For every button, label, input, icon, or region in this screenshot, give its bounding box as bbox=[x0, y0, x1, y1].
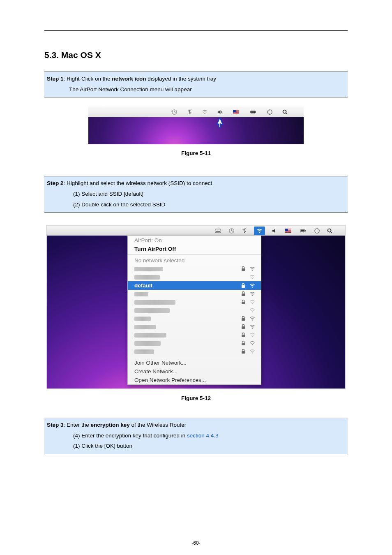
spotlight-icon[interactable] bbox=[282, 109, 288, 115]
open-prefs-text: Open Network Preferences... bbox=[134, 377, 206, 383]
step-1-box: Step 1: Right-Click on the network icon … bbox=[44, 72, 348, 97]
svg-rect-44 bbox=[242, 335, 245, 337]
svg-rect-17 bbox=[216, 231, 220, 232]
flag-us-icon[interactable] bbox=[232, 109, 240, 115]
blurred-ssid bbox=[134, 267, 163, 271]
volume-icon[interactable] bbox=[217, 109, 223, 115]
network-item[interactable] bbox=[128, 298, 261, 306]
wifi-icon bbox=[249, 332, 255, 338]
airport-status-row: AirPort: On bbox=[128, 236, 261, 245]
sync-icon[interactable] bbox=[314, 228, 320, 234]
wifi-icon bbox=[249, 316, 255, 321]
wifi-icon[interactable] bbox=[202, 109, 208, 115]
join-other-item[interactable]: Join Other Network... bbox=[128, 358, 261, 367]
mac-desktop-bg bbox=[88, 117, 304, 144]
step-3-item-1-link[interactable]: section 4.4.3 bbox=[187, 432, 219, 439]
network-item[interactable] bbox=[128, 339, 261, 347]
blurred-ssid bbox=[134, 308, 170, 313]
flag-us-icon[interactable] bbox=[284, 228, 292, 234]
step-2-item-1-bold: default bbox=[125, 191, 142, 197]
step-2-item-1a: (1) Select and SSID [ bbox=[73, 191, 125, 197]
figure-5-11-wrap: Figure 5-11 bbox=[44, 106, 348, 156]
turn-airport-off-text: Turn AirPort Off bbox=[134, 246, 176, 252]
svg-rect-27 bbox=[300, 230, 304, 231]
battery-icon[interactable] bbox=[298, 228, 307, 234]
step-2-item-1: (1) Select and SSID [default] bbox=[47, 189, 345, 199]
timemachine-icon[interactable] bbox=[228, 228, 235, 234]
step-1-text-a: : Right-Click on the bbox=[64, 76, 112, 82]
svg-rect-12 bbox=[215, 229, 221, 233]
sync-icon[interactable] bbox=[267, 109, 273, 115]
svg-rect-14 bbox=[217, 230, 217, 230]
step-2-box: Step 2: Highlight and select the wireles… bbox=[44, 176, 348, 213]
turn-airport-off-item[interactable]: Turn AirPort Off bbox=[128, 245, 261, 253]
svg-point-31 bbox=[252, 270, 253, 271]
svg-rect-13 bbox=[216, 230, 217, 230]
network-item[interactable] bbox=[128, 314, 261, 323]
network-item[interactable] bbox=[128, 323, 261, 331]
input-source-icon[interactable] bbox=[214, 228, 222, 234]
blurred-ssid bbox=[134, 317, 151, 321]
network-item[interactable] bbox=[128, 306, 261, 314]
svg-rect-40 bbox=[242, 318, 245, 321]
svg-rect-30 bbox=[242, 268, 245, 271]
lock-icon bbox=[240, 332, 246, 338]
svg-point-38 bbox=[252, 303, 253, 304]
step-3-item-1a: (4) Enter the encryption key that config… bbox=[73, 432, 187, 439]
step-1-bold: network icon bbox=[112, 76, 146, 82]
network-item[interactable] bbox=[128, 273, 261, 281]
header-rule bbox=[44, 30, 348, 31]
bluetooth-icon[interactable] bbox=[187, 109, 193, 115]
network-item[interactable] bbox=[128, 265, 261, 273]
svg-point-43 bbox=[252, 328, 253, 329]
svg-rect-26 bbox=[305, 230, 305, 231]
lock-icon bbox=[240, 316, 246, 321]
wifi-icon bbox=[249, 266, 255, 272]
svg-rect-24 bbox=[285, 229, 288, 231]
svg-point-34 bbox=[252, 287, 253, 288]
network-item[interactable] bbox=[128, 290, 261, 298]
step-1-line-1: Step 1: Right-Click on the network icon … bbox=[47, 74, 345, 84]
blurred-ssid bbox=[134, 300, 175, 305]
wifi-icon-highlighted[interactable] bbox=[254, 227, 265, 235]
svg-rect-48 bbox=[242, 351, 245, 354]
spotlight-icon[interactable] bbox=[327, 228, 333, 234]
blurred-ssid bbox=[134, 333, 166, 338]
lock-icon bbox=[240, 349, 246, 354]
svg-point-41 bbox=[252, 319, 253, 321]
timemachine-icon[interactable] bbox=[171, 109, 178, 115]
bluetooth-icon[interactable] bbox=[241, 228, 247, 234]
step-3-text-a: : Enter the bbox=[64, 422, 91, 428]
network-item-right bbox=[249, 308, 255, 313]
airport-dropdown-menu: AirPort: On Turn AirPort Off No network … bbox=[127, 236, 261, 385]
create-network-item[interactable]: Create Network... bbox=[128, 367, 261, 376]
svg-point-32 bbox=[252, 278, 253, 279]
step-2-line-1: Step 2: Highlight and select the wireles… bbox=[47, 178, 345, 189]
battery-icon[interactable] bbox=[249, 109, 258, 115]
step-2-label: Step 2 bbox=[47, 180, 64, 186]
network-item-right bbox=[240, 340, 255, 346]
svg-point-49 bbox=[252, 352, 253, 354]
svg-rect-37 bbox=[242, 302, 245, 304]
blurred-ssid bbox=[134, 349, 154, 354]
figure-5-11-caption: Figure 5-11 bbox=[44, 150, 348, 156]
step-3-line-1: Step 3: Enter the encryption key of the … bbox=[47, 420, 345, 430]
network-item[interactable] bbox=[128, 331, 261, 339]
mac-menubar-2 bbox=[47, 226, 345, 236]
open-prefs-item[interactable]: Open Network Preferences... bbox=[128, 376, 261, 384]
step-1-text-b: displayed in the system tray bbox=[146, 76, 216, 82]
wifi-icon bbox=[249, 291, 255, 297]
step-1-label: Step 1 bbox=[47, 76, 64, 82]
svg-rect-23 bbox=[285, 231, 291, 232]
step-3-text-b: of the Wireless Router bbox=[130, 422, 186, 428]
network-item-default[interactable]: default bbox=[128, 281, 261, 290]
step-1-line-2: The AirPort Network Connection menu will… bbox=[47, 84, 345, 95]
mac-menubar bbox=[88, 106, 304, 117]
step-2-text: : Highlight and select the wireless netw… bbox=[64, 180, 212, 186]
figure-5-11 bbox=[88, 106, 304, 144]
wifi-icon bbox=[249, 340, 255, 346]
svg-point-36 bbox=[252, 295, 253, 296]
lock-icon bbox=[240, 299, 246, 305]
network-item[interactable] bbox=[128, 347, 261, 356]
volume-icon[interactable] bbox=[272, 228, 278, 234]
